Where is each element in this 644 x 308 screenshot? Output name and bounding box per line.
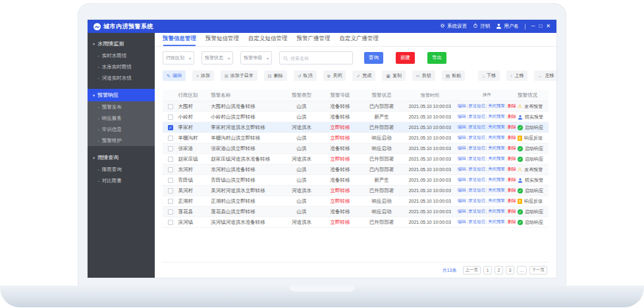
tab-1[interactable]: 预警信息管理 <box>163 35 196 46</box>
sidebar-group-header[interactable]: ▾预警响应 <box>88 89 155 101</box>
row-checkbox[interactable] <box>168 157 173 162</box>
table-row[interactable]: 东河村东河村山洪准备转移山洪准备转移已内部部署2021.05.10 10:00:… <box>163 165 549 175</box>
delete-button[interactable]: ⊟删除 <box>264 70 287 81</box>
sidebar-item[interactable]: ▪响应服务 <box>88 113 155 124</box>
op-link[interactable]: 关闭预警 <box>488 167 505 171</box>
sidebar-item[interactable]: ▪预警发布 <box>88 101 155 113</box>
add-subdir-button[interactable]: ⊞添加子目录 <box>221 70 257 81</box>
prev-page-button[interactable]: 上一页 <box>463 266 481 274</box>
sidebar-item[interactable]: ▪河道实时水情 <box>88 72 155 84</box>
minimize-button[interactable]: ─ <box>531 24 535 29</box>
op-link[interactable]: 发送短信 <box>468 167 485 171</box>
row-checkbox[interactable] <box>168 209 173 215</box>
edit-button[interactable]: ✎编辑 <box>163 70 186 81</box>
op-link[interactable]: 编辑 <box>458 198 466 203</box>
export-button[interactable]: 导出 <box>427 52 446 64</box>
paste-button[interactable]: ▤粘贴 <box>442 70 466 81</box>
op-link[interactable]: 发送短信 <box>468 198 485 203</box>
op-link[interactable]: 编辑 <box>458 135 466 140</box>
sidebar-group-header[interactable]: ▾雨情查询 <box>88 151 155 164</box>
op-link[interactable]: 编辑 <box>458 167 466 171</box>
maximize-button[interactable]: □ <box>539 24 542 29</box>
op-link[interactable]: 删除 <box>508 156 516 161</box>
row-checkbox[interactable]: ✓ <box>168 125 173 130</box>
move-down-button[interactable]: ↓下移 <box>478 70 500 81</box>
row-checkbox[interactable] <box>168 115 173 120</box>
close-button[interactable]: ✕ <box>546 24 550 29</box>
row-checkbox[interactable] <box>168 220 173 225</box>
page-button[interactable]: 3 <box>506 266 514 274</box>
op-link[interactable]: 发送短信 <box>468 188 485 192</box>
op-link[interactable]: 删除 <box>508 167 516 171</box>
user-menu[interactable]: 用户名 <box>496 23 519 30</box>
op-link[interactable]: 关闭预警 <box>488 114 505 118</box>
complete-button[interactable]: ✓完成 <box>352 70 375 81</box>
sidebar-item[interactable]: ▪实时水雨情 <box>88 50 155 61</box>
op-link[interactable]: 关闭预警 <box>488 198 505 203</box>
sidebar-item[interactable]: ▪预警维护 <box>88 135 155 146</box>
row-checkbox[interactable] <box>168 167 173 172</box>
table-row[interactable]: 大囤村大囤村山洪准备转移山洪准备转移已内部部署2021.05.10 10:00:… <box>163 101 549 112</box>
op-link[interactable]: 编辑 <box>458 209 466 213</box>
tab-5[interactable]: 自定义广播管理 <box>340 35 379 46</box>
sidebar-item[interactable]: ▪降雨查询 <box>88 164 155 175</box>
op-link[interactable]: 发送短信 <box>468 209 485 213</box>
close-circle-button[interactable]: ⊗关闭 <box>323 70 346 81</box>
op-link[interactable]: 发送短信 <box>468 124 485 129</box>
op-link[interactable]: 关闭预警 <box>488 188 505 192</box>
op-link[interactable]: 发送短信 <box>468 177 485 182</box>
op-link[interactable]: 编辑 <box>458 114 466 118</box>
op-link[interactable]: 删除 <box>508 177 516 182</box>
op-link[interactable]: 删除 <box>508 219 516 224</box>
row-checkbox[interactable] <box>168 146 173 151</box>
cancel-button[interactable]: ↺取消 <box>294 70 317 81</box>
row-checkbox[interactable] <box>168 199 173 204</box>
op-link[interactable]: 删除 <box>508 103 516 108</box>
query-button[interactable]: 查询 <box>364 52 383 64</box>
filter-select[interactable]: 预警状态▾ <box>201 51 233 64</box>
op-link[interactable]: 删除 <box>508 145 516 150</box>
op-link[interactable]: 删除 <box>508 209 516 213</box>
row-checkbox[interactable] <box>168 136 173 141</box>
row-checkbox[interactable] <box>168 178 173 183</box>
op-link[interactable]: 发送短信 <box>468 103 485 108</box>
table-row[interactable]: 滨河镇滨河镇河道洪水准备转移河道洪水立即转移已外部部署2021.05.10 10… <box>163 217 549 228</box>
op-link[interactable]: 关闭预警 <box>488 177 505 182</box>
op-link[interactable]: 关闭预警 <box>488 103 505 108</box>
op-link[interactable]: 编辑 <box>458 188 466 192</box>
table-row[interactable]: 羊棚沟村羊棚沟村山洪立即转移山洪立即转移响应启动2021.05.10 10:00… <box>163 133 549 143</box>
table-row[interactable]: 莲花县莲花县山洪立即转移山洪准备转移响应启动2021.05.10 10:00:0… <box>163 207 549 217</box>
op-link[interactable]: 删除 <box>508 135 516 140</box>
op-link[interactable]: 关闭预警 <box>488 124 505 129</box>
op-link[interactable]: 编辑 <box>458 145 466 150</box>
table-row[interactable]: 吴河村吴河村河道洪水立即转移河道洪水立即转移已外部部署2021.05.10 10… <box>163 186 549 196</box>
filter-select[interactable]: 行政区划▾ <box>163 51 194 64</box>
system-settings-button[interactable]: 系统设置 <box>440 23 467 30</box>
table-row[interactable]: 青田镇青田镇山洪立即转移山洪准备转移新产生2021.05.10 10:00:03… <box>163 175 549 186</box>
op-link[interactable]: 发送短信 <box>468 145 485 150</box>
page-button[interactable]: 1 <box>483 266 492 274</box>
table-row[interactable]: ✓李家村李家村河道洪水立即转移河道洪水立即转移已外部部署2021.05.10 1… <box>163 122 549 133</box>
op-link[interactable]: 删除 <box>508 188 516 192</box>
logout-button[interactable]: 注销 <box>473 23 490 30</box>
op-link[interactable]: 发送短信 <box>468 156 485 161</box>
op-link[interactable]: 删除 <box>508 124 516 129</box>
table-row[interactable]: 赵家庄镇赵家庄镇河道洪水准备转移河道洪水立即转移已外部部署2021.05.10 … <box>163 154 549 165</box>
table-row[interactable]: 小岭村小岭村山洪立即转移山洪准备转移新产生2021.05.10 10:00:03… <box>163 112 549 122</box>
sidebar-item[interactable]: ▪对比雨量 <box>88 175 155 186</box>
row-checkbox[interactable] <box>168 188 173 193</box>
op-link[interactable]: 编辑 <box>458 156 466 161</box>
op-link[interactable]: 关闭预警 <box>488 209 505 213</box>
sidebar-item[interactable]: ▪常识信息 <box>88 124 155 135</box>
next-page-button[interactable]: 下一页 <box>529 266 548 274</box>
move-up-button[interactable]: ↑上移 <box>506 70 528 81</box>
copy-button[interactable]: ▣复制 <box>382 70 406 81</box>
op-link[interactable]: 关闭预警 <box>488 135 505 140</box>
table-row[interactable]: 张家港张家港山洪立即转移山洪准备转移响应启动2021.05.10 10:00:0… <box>163 143 549 154</box>
search-input[interactable] <box>290 56 349 61</box>
cut-button[interactable]: ✂剪切 <box>412 70 435 81</box>
page-button[interactable]: … <box>517 266 527 274</box>
op-link[interactable]: 发送短信 <box>468 135 485 140</box>
tab-3[interactable]: 自定义短信管理 <box>248 35 288 46</box>
op-link[interactable]: 发送短信 <box>468 219 485 224</box>
